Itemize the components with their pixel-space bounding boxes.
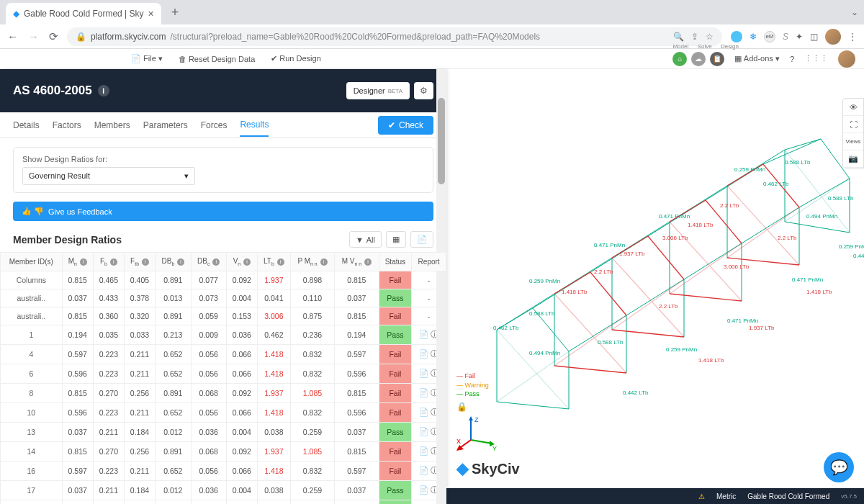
camera-icon[interactable]: 📷 [843, 150, 863, 168]
col-header[interactable]: Member ID(s) [1, 253, 63, 271]
legend-warning: — Warning [456, 381, 489, 390]
table-row[interactable]: 160.5970.2230.2110.6520.0560.0661.4180.8… [1, 462, 446, 481]
addons-menu[interactable]: ▦ Add-ons ▾ [734, 54, 780, 63]
user-avatar[interactable] [838, 50, 855, 68]
filter-button[interactable]: ▼ All [349, 231, 382, 248]
browser-tab[interactable]: ◆ Gable Rood Cold Formed | Sky × [6, 3, 161, 24]
warning-icon[interactable]: ⚠ [698, 492, 705, 500]
col-header[interactable]: Ftb i [124, 253, 155, 271]
table-row[interactable]: Columns0.8150.4650.4050.8910.0770.0921.9… [1, 271, 446, 289]
svg-text:Z: Z [474, 416, 479, 423]
svg-text:0.471 PnMn: 0.471 PnMn [792, 276, 823, 283]
tab-forces[interactable]: Forces [201, 114, 228, 136]
gear-icon[interactable]: ⚙ [414, 82, 433, 99]
table-row[interactable]: 80.8150.2700.2560.8910.0680.0921.9371.08… [1, 384, 446, 403]
extensions-icon[interactable]: ✦ [796, 32, 803, 42]
tab-factors[interactable]: Factors [53, 114, 81, 136]
apps-icon[interactable]: ⋮⋮⋮ [804, 54, 828, 63]
filter-label: Show Design Ratios for: [22, 155, 424, 163]
col-header[interactable]: LTb i [257, 253, 290, 271]
views-button[interactable]: Views [843, 133, 863, 150]
units[interactable]: Metric [716, 492, 736, 500]
svg-text:0.471 PnMn: 0.471 PnMn [727, 318, 758, 324]
menu-icon[interactable]: ⋮ [848, 32, 857, 42]
url-path: /structural?preload_name=Gable%20Rood%20… [170, 32, 540, 42]
svg-text:2.2 LTb: 2.2 LTb [659, 303, 678, 310]
col-header[interactable]: DBc i [191, 253, 226, 271]
designer-button[interactable]: Designer BETA [346, 82, 410, 99]
svg-text:0.588 LTb: 0.588 LTb [598, 339, 624, 346]
tab-members[interactable]: Members [94, 114, 130, 136]
tab-results[interactable]: Results [240, 114, 269, 137]
sidepanel-icon[interactable]: ◫ [810, 32, 818, 42]
model-stage-icon[interactable]: ⌂ [672, 52, 687, 66]
col-header[interactable]: Status [379, 253, 412, 271]
solve-stage-icon[interactable]: ☁ [691, 52, 706, 66]
table-row[interactable]: 130.0370.2110.1840.0120.0360.0040.0380.2… [1, 423, 446, 442]
code-title: AS 4600-2005i [13, 84, 109, 98]
close-icon[interactable]: × [148, 8, 154, 19]
lock-view-icon[interactable]: 🔒 [456, 402, 467, 412]
chat-icon[interactable]: 💬 [824, 452, 854, 482]
table-row[interactable]: australi..0.8150.3600.3200.8910.0590.153… [1, 307, 446, 325]
tab-details[interactable]: Details [13, 114, 40, 136]
col-header[interactable]: Mn i [62, 253, 93, 271]
version: v5.7.5 [841, 493, 857, 500]
forward-icon[interactable]: → [28, 30, 39, 43]
chevron-down-icon[interactable]: ⌄ [851, 7, 858, 17]
help-icon[interactable]: ? [790, 55, 794, 63]
svg-text:0.259 PnMn: 0.259 PnMn [839, 243, 864, 250]
feedback-button[interactable]: 👍 👎 Give us Feedback [13, 202, 433, 221]
table-row[interactable]: 190.0270.4330.3780.0130.0730.0040.0410.4… [1, 500, 446, 505]
run-design-button[interactable]: ✔ Run Design [271, 54, 321, 63]
profile-avatar[interactable] [825, 29, 841, 45]
svg-text:1.937 LTb: 1.937 LTb [619, 251, 645, 257]
col-header[interactable]: Fb i [93, 253, 124, 271]
svg-text:0.462 LTb: 0.462 LTb [493, 325, 519, 331]
table-row[interactable]: 140.8150.2700.2560.8910.0680.0921.9371.0… [1, 442, 446, 462]
table-row[interactable]: australi..0.0370.4330.3780.0130.0730.004… [1, 289, 446, 307]
reload-icon[interactable]: ⟳ [49, 30, 58, 43]
visibility-icon[interactable]: 👁 [843, 99, 863, 116]
ext-icon[interactable]: S [783, 32, 788, 42]
info-icon[interactable]: i [98, 85, 109, 96]
search-icon[interactable]: 🔍 [673, 32, 684, 42]
ext-icon[interactable]: eM [764, 31, 775, 42]
ext-icon[interactable]: ❄ [750, 32, 757, 42]
browser-tabstrip: ◆ Gable Rood Cold Formed | Sky × + ⌄ [0, 0, 864, 24]
scrollbar[interactable] [436, 69, 446, 504]
check-button[interactable]: ✔ Check [378, 116, 433, 135]
table-row[interactable]: 60.5960.2230.2110.6520.0560.0661.4180.83… [1, 364, 446, 384]
table-row[interactable]: 170.0370.2110.1840.0120.0360.0040.0380.2… [1, 481, 446, 500]
col-header[interactable]: Vn i [226, 253, 257, 271]
svg-line-33 [471, 440, 492, 444]
table-row[interactable]: 40.5970.2230.2110.6520.0560.0661.4180.83… [1, 345, 446, 364]
svg-text:0.588 LTb: 0.588 LTb [828, 195, 854, 202]
ext-icon[interactable] [731, 31, 742, 42]
tab-parameters[interactable]: Parameters [143, 114, 188, 136]
export-icon[interactable]: 📄 [410, 231, 433, 248]
back-icon[interactable]: ← [7, 30, 18, 43]
col-header[interactable]: DBb i [156, 253, 192, 271]
grid-icon[interactable]: ▦ [386, 231, 406, 248]
fit-icon[interactable]: ⛶ [843, 116, 863, 133]
reset-design-button[interactable]: 🗑 Reset Design Data [179, 55, 255, 63]
ratio-select[interactable]: Governing Result▾ [22, 167, 195, 185]
svg-text:2.2 LTb: 2.2 LTb [594, 269, 613, 275]
col-header[interactable]: M Vn n i [335, 253, 379, 271]
model-viewport[interactable]: 0.588 LTb0.259 PnMn0.462 LTb0.588 LTb2.2… [446, 69, 864, 504]
table-row[interactable]: 10.1940.0350.0330.2130.0090.0360.4620.23… [1, 325, 446, 345]
file-menu[interactable]: 📄 File ▾ [131, 54, 163, 63]
new-tab-button[interactable]: + [167, 5, 184, 20]
chevron-down-icon: ▾ [184, 171, 189, 181]
view-tools: 👁 ⛶ Views 📷 [842, 98, 864, 168]
address-bar[interactable]: 🔒 platform.skyciv.com/structural?preload… [67, 27, 722, 46]
star-icon[interactable]: ☆ [706, 32, 714, 42]
svg-text:3.006 LTb: 3.006 LTb [724, 264, 750, 270]
col-header[interactable]: Report [412, 253, 446, 271]
svg-text:1.418 LTb: 1.418 LTb [688, 222, 714, 228]
col-header[interactable]: P Mn n i [290, 253, 334, 271]
table-row[interactable]: 100.5960.2230.2110.6520.0560.0661.4180.8… [1, 403, 446, 423]
share-icon[interactable]: ⇪ [691, 32, 698, 42]
design-stage-icon[interactable]: 📋 [710, 52, 724, 66]
